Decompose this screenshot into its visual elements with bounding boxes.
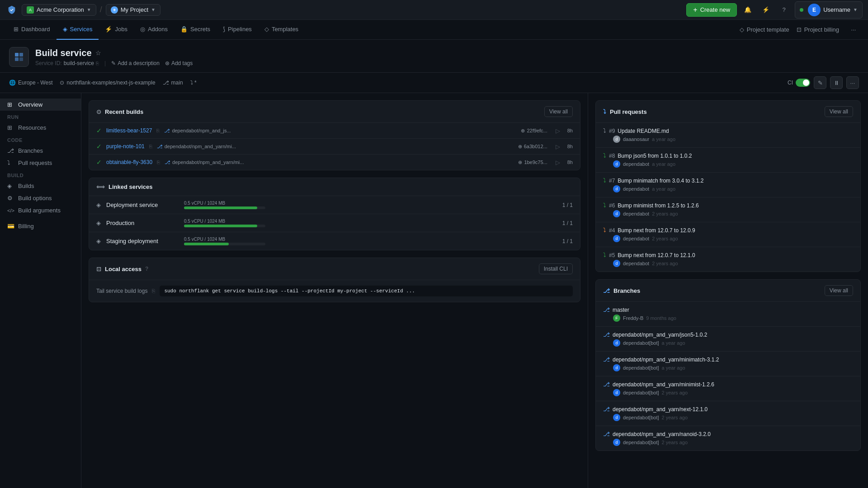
- nav-addons[interactable]: ◎ Addons: [134, 20, 174, 40]
- branch-time-0: 9 months ago: [646, 315, 676, 321]
- help-button[interactable]: ?: [777, 3, 791, 17]
- copy-build-0-icon[interactable]: ⎘: [156, 128, 160, 133]
- branch-name-1[interactable]: dependabot/npm_and_yarn/json5-1.0.2: [613, 332, 708, 338]
- build-options-icon: ⚙: [7, 195, 14, 202]
- add-tags-link[interactable]: ⊛ Add tags: [165, 60, 193, 66]
- center-panel: ⊙ Recent builds View all ✓ limitless-bea…: [81, 93, 588, 488]
- pr-author-0: daaanosaur: [623, 136, 649, 142]
- pause-button[interactable]: ⏸: [830, 76, 843, 89]
- view-all-builds-button[interactable]: View all: [544, 106, 573, 117]
- notifications-button[interactable]: 🔔: [741, 3, 755, 17]
- activity-button[interactable]: ⚡: [759, 3, 773, 17]
- favorite-icon[interactable]: ☆: [95, 49, 101, 56]
- pr-avatar-0: d: [613, 136, 620, 143]
- ci-toggle-switch[interactable]: [796, 79, 810, 87]
- branch-name-2[interactable]: dependabot/npm_and_yarn/minimatch-3.1.2: [613, 357, 719, 363]
- build-branch-2: ⎇ dependabot/npm_and_yarn/mi...: [165, 160, 255, 165]
- nav-jobs[interactable]: ⚡ Jobs: [99, 20, 133, 40]
- pr-row-1: ⤵ #8 Bump json5 from 1.0.1 to 1.0.2 d de…: [596, 148, 860, 173]
- branches-header: ⎇ Branches View all: [596, 280, 860, 302]
- build-name-1[interactable]: purple-note-101: [106, 143, 145, 150]
- create-new-button[interactable]: + Create new: [686, 3, 737, 17]
- nav-pipelines[interactable]: ⟆ Pipelines: [217, 20, 258, 40]
- ls-name-0[interactable]: Deployment service: [106, 202, 179, 208]
- commit-icon-1: ⊕: [518, 144, 522, 150]
- pr-row-5: ⤵ #5 Bump next from 12.0.7 to 12.1.0 d d…: [596, 247, 860, 272]
- service-meta: Service ID: build-service ⎘ | ✎ Add a de…: [35, 60, 193, 66]
- pr-title-3[interactable]: Bump minimist from 1.2.5 to 1.2.6: [618, 202, 698, 209]
- sidebar-item-pull-requests[interactable]: ⤵ Pull requests: [0, 157, 81, 169]
- nav-templates[interactable]: ◇ Templates: [258, 20, 305, 40]
- deploy-icon-1[interactable]: ▷: [556, 143, 560, 150]
- commit-text-2: 1be9c75...: [524, 160, 547, 165]
- copy-service-id-icon[interactable]: ⎘: [96, 61, 99, 66]
- sidebar-item-resources[interactable]: ⊞ Resources: [0, 122, 81, 134]
- sidebar-item-branches[interactable]: ⎇ Branches: [0, 145, 81, 157]
- linked-services-icon: ⟺: [96, 183, 105, 190]
- edit-service-button[interactable]: ✎: [814, 76, 826, 89]
- command-text[interactable]: sudo northflank get service build-logs -…: [160, 286, 573, 296]
- build-row-1: ✓ purple-note-101 ⎘ ⎇ dependabot/npm_and…: [89, 139, 580, 155]
- more-service-options-button[interactable]: ···: [846, 76, 859, 89]
- org-selector[interactable]: A Acme Corporation ▼: [22, 4, 96, 16]
- build-options-label: Build options: [18, 195, 52, 202]
- copy-build-2-icon[interactable]: ⎘: [157, 160, 160, 165]
- branch-avatar-2: d: [613, 364, 620, 371]
- deploy-icon-0[interactable]: ▷: [556, 127, 560, 134]
- sidebar-item-build-arguments[interactable]: </> Build arguments: [0, 204, 81, 216]
- project-billing-link[interactable]: ⊡ Project billing: [797, 26, 839, 33]
- project-template-link[interactable]: ◇ Project template: [740, 26, 789, 33]
- globe-icon: 🌐: [9, 80, 16, 86]
- branch-name-4[interactable]: dependabot/npm_and_yarn/next-12.1.0: [613, 406, 708, 413]
- pr-meta-4: d dependabot 2 years ago: [603, 235, 853, 242]
- resources-icon: ⊞: [7, 124, 14, 131]
- branch-author-0: Freddy-B: [623, 315, 643, 321]
- build-arguments-icon: </>: [7, 208, 14, 213]
- view-all-branches-button[interactable]: View all: [825, 285, 853, 296]
- copy-build-1-icon[interactable]: ⎘: [149, 144, 152, 149]
- branches-title: ⎇ Branches: [603, 287, 640, 294]
- nav-services[interactable]: ◈ Services: [57, 20, 99, 40]
- sidebar-item-billing[interactable]: 💳 Billing: [0, 220, 81, 232]
- branch-name-0[interactable]: master: [613, 307, 629, 313]
- pr-title-5[interactable]: Bump next from 12.0.7 to 12.1.0: [618, 252, 695, 258]
- install-cli-button[interactable]: Install CLI: [539, 263, 573, 274]
- pr-number-3: #6: [609, 202, 615, 209]
- add-description-link[interactable]: ✎ Add a description: [111, 60, 160, 66]
- copy-command-icon[interactable]: ⎘: [152, 288, 155, 294]
- pr-avatar-3: d: [613, 210, 620, 217]
- ls-name-2[interactable]: Staging deployment: [106, 238, 179, 244]
- sidebar-item-builds[interactable]: ◈ Builds: [0, 180, 81, 192]
- nav-dashboard[interactable]: ⊞ Dashboard: [7, 20, 57, 40]
- branch-row-icon-3: ⎇: [603, 381, 610, 388]
- pr-title-0[interactable]: Update README.md: [618, 128, 669, 134]
- ls-ratio-1: 1 / 1: [562, 220, 573, 226]
- plus-icon: +: [693, 6, 697, 14]
- pr-time-2: a year ago: [652, 186, 675, 192]
- sidebar-item-overview[interactable]: ⊞ Overview: [0, 99, 81, 111]
- branch-row-icon-4: ⎇: [603, 406, 610, 413]
- project-name: My Project: [121, 6, 148, 13]
- linked-services-label: Linked services: [108, 183, 153, 190]
- deploy-icon-2[interactable]: ▷: [556, 159, 560, 166]
- top-bar: A Acme Corporation ▼ / ◈ My Project ▼ + …: [0, 0, 868, 20]
- nav-secrets[interactable]: 🔒 Secrets: [174, 20, 217, 40]
- commit-icon-2: ⊕: [518, 160, 522, 165]
- view-all-prs-button[interactable]: View all: [825, 106, 853, 117]
- build-name-2[interactable]: obtainable-fly-3630: [106, 159, 152, 165]
- branch-name-5[interactable]: dependabot/npm_and_yarn/nanoid-3.2.0: [613, 431, 711, 437]
- pr-title-1[interactable]: Bump json5 from 1.0.1 to 1.0.2: [618, 153, 692, 159]
- more-options-button[interactable]: ···: [846, 23, 861, 37]
- build-name-0[interactable]: limitless-bear-1527: [106, 127, 152, 134]
- project-selector[interactable]: ◈ My Project ▼: [106, 4, 160, 16]
- build-status-success-icon-1: ✓: [96, 143, 102, 150]
- branch-author-1: dependabot[bot]: [623, 340, 659, 346]
- ls-name-1[interactable]: Production: [106, 220, 179, 226]
- branch-name-3[interactable]: dependabot/npm_and_yarn/minimist-1.2.6: [613, 381, 714, 388]
- pr-title-2[interactable]: Bump minimatch from 3.0.4 to 3.1.2: [618, 178, 703, 184]
- pr-row-0: ⤵ #9 Update README.md d daaanosaur a yea…: [596, 123, 860, 148]
- user-menu[interactable]: E Username ▼: [795, 1, 863, 19]
- pr-title-4[interactable]: Bump next from 12.0.7 to 12.0.9: [618, 227, 695, 234]
- commit-text-1: 6a3b012...: [524, 144, 547, 149]
- sidebar-item-build-options[interactable]: ⚙ Build options: [0, 192, 81, 204]
